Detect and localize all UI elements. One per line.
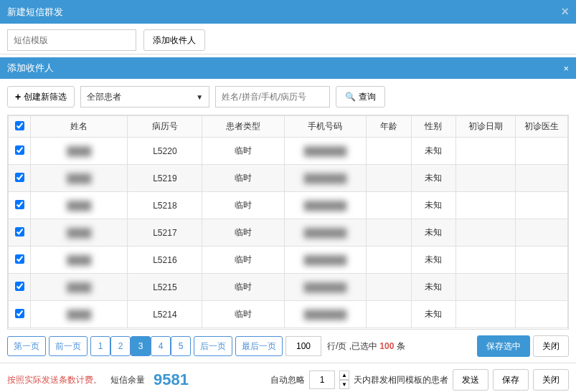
cell-doctor xyxy=(516,138,568,165)
query-button[interactable]: 🔍 查询 xyxy=(336,86,385,107)
page-number-button[interactable]: 4 xyxy=(151,336,171,356)
cell-record-no: L5217 xyxy=(128,219,202,247)
cell-doctor xyxy=(516,301,568,328)
cell-patient-type: 临时 xyxy=(202,165,284,192)
cell-age xyxy=(367,247,411,274)
col-first-visit-date: 初诊日期 xyxy=(455,116,515,138)
close-icon[interactable]: × xyxy=(561,4,569,19)
row-checkbox[interactable] xyxy=(15,173,24,182)
cell-gender: 未知 xyxy=(411,192,455,219)
plus-icon: + xyxy=(15,91,21,102)
cell-name: ████ xyxy=(67,228,91,238)
table-row[interactable]: ████ L5214 临时 ███████ 未知 xyxy=(9,301,568,328)
row-checkbox[interactable] xyxy=(15,282,24,291)
cell-doctor xyxy=(516,219,568,247)
table-row[interactable]: ████ L5215 临时 ███████ 未知 xyxy=(9,274,568,301)
search-input[interactable] xyxy=(215,86,330,107)
days-input[interactable] xyxy=(309,371,335,389)
cell-age xyxy=(367,138,411,165)
cell-name: ████ xyxy=(67,310,91,320)
days-down-button[interactable]: ▼ xyxy=(339,380,349,389)
cell-date xyxy=(455,138,515,165)
cell-phone: ███████ xyxy=(304,282,347,292)
sub-modal-header: 添加收件人 × xyxy=(0,57,576,79)
table-row[interactable]: ████ L5218 临时 ███████ 未知 xyxy=(9,192,568,219)
close-button[interactable]: 关闭 xyxy=(533,335,569,357)
cell-phone: ███████ xyxy=(304,228,347,238)
save-button[interactable]: 保存 xyxy=(493,369,529,391)
cell-doctor xyxy=(516,192,568,219)
auto-ignore-label: 自动忽略 xyxy=(270,374,305,386)
cell-record-no: L5215 xyxy=(128,274,202,301)
cell-doctor xyxy=(516,247,568,274)
cell-date xyxy=(455,247,515,274)
cell-gender: 未知 xyxy=(411,138,455,165)
page-number-button[interactable]: 2 xyxy=(110,336,131,356)
cell-gender: 未知 xyxy=(411,219,455,247)
table-row[interactable]: ████ L5220 临时 ███████ 未知 xyxy=(9,138,568,165)
cell-gender: 未知 xyxy=(411,301,455,328)
save-selected-button[interactable]: 保存选中 xyxy=(477,335,530,357)
first-page-button[interactable]: 第一页 xyxy=(7,336,46,356)
cell-record-no: L5219 xyxy=(128,165,202,192)
row-checkbox[interactable] xyxy=(15,145,24,155)
add-recipient-button[interactable]: 添加收件人 xyxy=(143,29,205,51)
table-row[interactable]: ████ L5219 临时 ███████ 未知 xyxy=(9,165,568,192)
select-all-checkbox[interactable] xyxy=(15,121,24,130)
balance-label: 短信余量 xyxy=(110,374,145,386)
rows-per-page-input[interactable] xyxy=(285,336,321,356)
row-checkbox[interactable] xyxy=(15,254,24,264)
cell-date xyxy=(455,301,515,328)
next-page-button[interactable]: 后一页 xyxy=(194,336,232,356)
col-first-visit-doctor: 初诊医生 xyxy=(516,116,568,138)
cell-patient-type: 临时 xyxy=(202,219,284,247)
modal-title: 新建短信群发 xyxy=(7,6,63,19)
cell-patient-type: 临时 xyxy=(202,247,284,274)
cell-phone: ███████ xyxy=(304,146,347,156)
row-checkbox[interactable] xyxy=(15,200,24,209)
template-row: 添加收件人 xyxy=(0,24,576,54)
patient-table: 姓名 病历号 患者类型 手机号码 年龄 性别 初诊日期 初诊医生 ████ L5… xyxy=(7,115,569,330)
table-row[interactable]: ████ L5217 临时 ███████ 未知 xyxy=(9,219,568,247)
cell-gender: 未知 xyxy=(411,274,455,301)
charge-note: 按照实际发送条数计费。 xyxy=(7,374,102,386)
days-spinner: ▲ ▼ xyxy=(339,371,349,389)
cell-age xyxy=(367,274,411,301)
filter-bar: + 创建新筛选 全部患者 ▼ 🔍 查询 xyxy=(0,79,576,115)
send-button[interactable]: 发送 xyxy=(453,369,488,391)
prev-page-button[interactable]: 前一页 xyxy=(49,336,88,356)
sub-modal-title: 添加收件人 xyxy=(7,62,54,75)
cell-record-no: L5216 xyxy=(128,247,202,274)
footer-close-button[interactable]: 关闭 xyxy=(533,369,569,391)
cell-age xyxy=(367,165,411,192)
close-icon[interactable]: × xyxy=(563,63,569,74)
days-up-button[interactable]: ▲ xyxy=(339,371,349,380)
cell-name: ████ xyxy=(67,282,91,292)
cell-name: ████ xyxy=(67,201,91,211)
cell-date xyxy=(455,219,515,247)
page-number-button[interactable]: 1 xyxy=(90,336,110,356)
cell-age xyxy=(367,301,411,328)
cell-record-no: L5214 xyxy=(128,301,202,328)
cell-name: ████ xyxy=(67,173,91,183)
cell-phone: ███████ xyxy=(304,310,347,320)
page-number-button[interactable]: 3 xyxy=(131,336,151,356)
cell-phone: ███████ xyxy=(304,255,347,265)
balance-value: 9581 xyxy=(154,371,189,389)
page-info: 行/页 ,已选中 100 条 xyxy=(327,340,405,353)
cell-doctor xyxy=(516,274,568,301)
last-page-button[interactable]: 最后一页 xyxy=(235,336,283,356)
row-checkbox[interactable] xyxy=(15,309,24,318)
cell-patient-type: 临时 xyxy=(202,274,284,301)
create-filter-button[interactable]: + 创建新筛选 xyxy=(7,86,75,107)
row-checkbox[interactable] xyxy=(15,227,24,236)
dropdown-value: 全部患者 xyxy=(87,91,121,103)
days-suffix: 天内群发相同模板的患者 xyxy=(354,374,448,386)
cell-age xyxy=(367,192,411,219)
template-input[interactable] xyxy=(7,29,136,51)
table-row[interactable]: ████ L5216 临时 ███████ 未知 xyxy=(9,247,568,274)
cell-age xyxy=(367,219,411,247)
page-number-button[interactable]: 5 xyxy=(171,336,191,356)
cell-date xyxy=(455,274,515,301)
patient-filter-dropdown[interactable]: 全部患者 ▼ xyxy=(80,86,209,107)
